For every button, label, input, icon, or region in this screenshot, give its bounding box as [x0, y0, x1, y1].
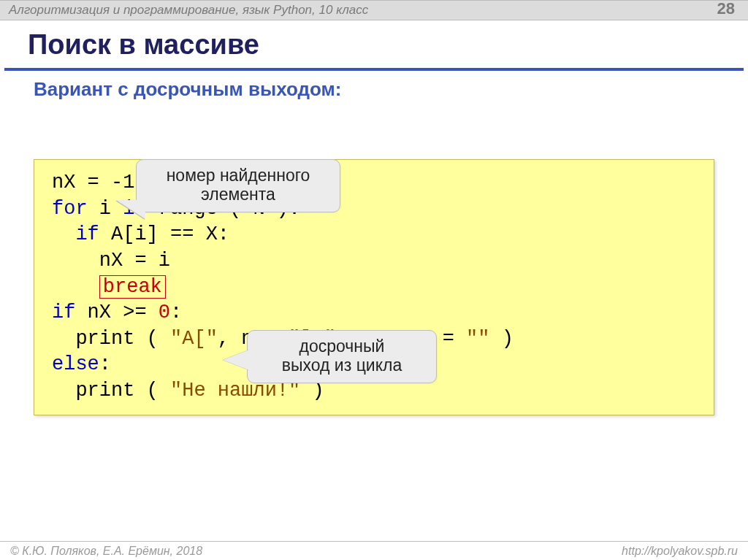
code-text: ) — [490, 328, 514, 350]
callout-line: номер найденного — [167, 166, 310, 185]
page-number: 28 — [717, 0, 735, 18]
code-text: nX = — [52, 172, 111, 193]
code-text: print ( — [52, 380, 170, 402]
code-text: 0 — [159, 302, 170, 323]
code-kw: for — [52, 198, 88, 220]
code-text: print ( — [52, 328, 170, 350]
callout-early-exit: досрочный выход из цикла — [247, 330, 437, 383]
callout-line: досрочный — [299, 337, 385, 356]
callout-line: выход из цикла — [282, 356, 402, 375]
code-kw: if — [52, 223, 99, 245]
code-text: -1 — [111, 172, 134, 193]
content-area: номер найденного элемента досрочный выхо… — [0, 159, 748, 415]
subtitle: Вариант с досрочным выходом: — [0, 78, 748, 101]
footer-left: © К.Ю. Поляков, Е.А. Ерёмин, 2018 — [10, 545, 202, 558]
header-bar: Алгоритмизация и программирование, язык … — [0, 0, 748, 20]
footer-right: http://kpolyakov.spb.ru — [622, 545, 738, 558]
callout-found-index: номер найденного элемента — [136, 159, 340, 212]
code-text — [52, 276, 99, 298]
code-str: "A[" — [170, 328, 218, 350]
title-rule — [4, 68, 744, 71]
code-kw: if — [52, 302, 75, 323]
code-text: : — [170, 302, 182, 323]
code-text: nX = i — [52, 250, 170, 272]
code-text: : — [99, 353, 111, 375]
footer: © К.Ю. Поляков, Е.А. Ерёмин, 2018 http:/… — [0, 541, 748, 560]
code-kw: else — [52, 353, 99, 375]
code-str: "" — [466, 328, 489, 350]
callout-line: элемента — [201, 185, 275, 204]
code-break: break — [99, 275, 166, 299]
slide-title: Поиск в массиве — [0, 20, 748, 68]
course-label: Алгоритмизация и программирование, язык … — [9, 3, 368, 18]
code-text: nX >= — [75, 302, 158, 323]
code-text: A[i] == X: — [99, 223, 229, 245]
